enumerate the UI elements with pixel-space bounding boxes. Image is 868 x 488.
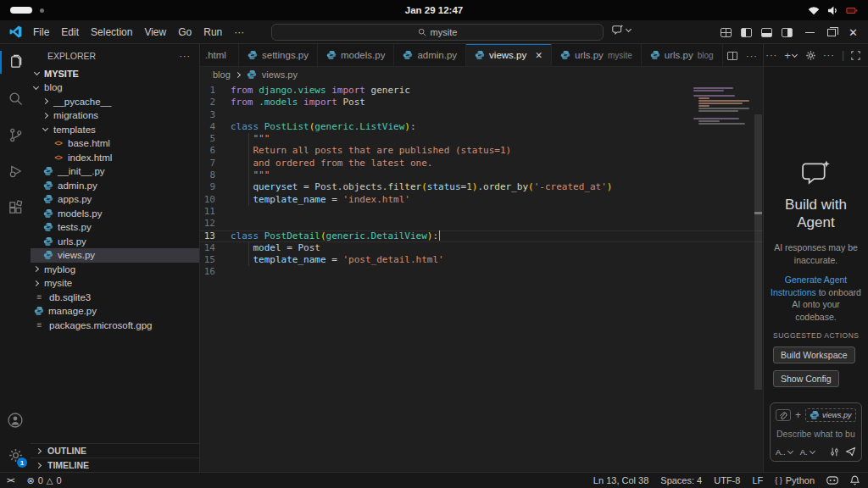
code-line-16[interactable]: 16	[200, 266, 763, 278]
code-line-14[interactable]: 14 model = Post	[200, 242, 763, 254]
tree-item-tests-py[interactable]: tests.py	[31, 220, 199, 235]
attached-file-chip[interactable]: views.py	[805, 408, 856, 422]
tree-item-templates[interactable]: templates	[31, 123, 199, 137]
send-icon[interactable]	[845, 446, 856, 457]
menu-item-run[interactable]: Run	[198, 24, 228, 41]
tree-item-apps-py[interactable]: apps.py	[31, 192, 199, 207]
settings-gear-icon[interactable]: 1	[0, 438, 31, 472]
restore-button[interactable]	[827, 29, 836, 36]
activitybar-source-control[interactable]	[0, 117, 31, 153]
build-workspace-button[interactable]: Build Workspace	[773, 347, 855, 363]
tree-item-urls-py[interactable]: urls.py	[31, 235, 199, 249]
code-line-2[interactable]: 2from .models import Post	[200, 97, 763, 108]
code-line-3[interactable]: 3	[200, 109, 763, 121]
breadcrumb[interactable]: blog views.py	[200, 67, 763, 82]
copilot-status-icon[interactable]	[826, 476, 838, 485]
explorer-more-actions-icon[interactable]: ···	[180, 51, 192, 61]
activitybar-extensions[interactable]	[0, 190, 31, 226]
new-chat-button[interactable]: +	[784, 49, 798, 62]
editor-more-actions-icon[interactable]: ···	[746, 51, 758, 61]
command-center-search[interactable]: mysite	[271, 24, 604, 41]
copilot-menu-button[interactable]	[612, 25, 632, 35]
tree-item-manage-py[interactable]: manage.py	[31, 304, 199, 319]
menu-item-moremoremore[interactable]: ···	[228, 24, 250, 41]
tree-item-migrations[interactable]: migrations	[31, 108, 199, 123]
chat-input[interactable]: Describe what to buil	[776, 429, 855, 439]
chat-history-icon[interactable]: ···	[765, 50, 777, 60]
menu-item-view[interactable]: View	[138, 24, 172, 41]
toggle-secondary-sidebar-icon[interactable]	[782, 28, 793, 37]
menu-item-file[interactable]: File	[27, 24, 55, 41]
menu-item-edit[interactable]: Edit	[55, 24, 85, 41]
vscode-logo-icon[interactable]	[9, 25, 22, 38]
toggle-panel-icon[interactable]	[761, 28, 772, 37]
breadcrumb-file[interactable]: views.py	[262, 69, 298, 80]
model-dropdown[interactable]: A.	[800, 447, 816, 457]
tree-item-mysite[interactable]: mysite	[31, 276, 199, 291]
system-clock[interactable]: Jan 29 12:47	[0, 5, 868, 15]
tab-admin-py[interactable]: admin.py	[394, 44, 466, 66]
code-line-7[interactable]: 7 and ordered from the latest one.	[200, 158, 763, 169]
tree-item-base-html[interactable]: <>base.html	[31, 136, 199, 151]
activitybar-run-debug[interactable]	[0, 153, 31, 190]
code-line-15[interactable]: 15 template_name = 'post_detail.html'	[200, 254, 763, 266]
attach-context-button[interactable]	[776, 409, 791, 421]
code-line-1[interactable]: 1from django.views import generic	[200, 85, 763, 97]
tab--html[interactable]: .html	[200, 44, 239, 66]
show-config-button[interactable]: Show Config	[773, 370, 839, 387]
menu-item-go[interactable]: Go	[172, 24, 198, 41]
menu-item-selection[interactable]: Selection	[85, 24, 138, 41]
code-line-4[interactable]: 4class PostList(generic.ListView):	[200, 121, 763, 133]
problems-indicator[interactable]: ⊗0 △0	[27, 475, 62, 486]
tab-models-py[interactable]: models.py	[318, 44, 394, 66]
remote-indicator[interactable]: ><	[7, 476, 14, 485]
code-line-8[interactable]: 8 """	[200, 169, 763, 181]
close-tab-icon[interactable]: ✕	[535, 50, 542, 60]
tree-item--init-py[interactable]: __init__.py	[31, 164, 199, 179]
cursor-position[interactable]: Ln 13, Col 38	[593, 475, 648, 485]
tree-item-myblog[interactable]: myblog	[31, 263, 199, 277]
outline-section[interactable]: OUTLINE	[31, 443, 199, 458]
indentation[interactable]: Spaces: 4	[660, 475, 702, 485]
code-line-10[interactable]: 10 template_name = 'index.html'	[200, 194, 763, 206]
battery-icon[interactable]	[846, 6, 858, 15]
tree-item--pycache-[interactable]: __pycache__	[31, 95, 199, 109]
breadcrumb-folder[interactable]: blog	[213, 69, 231, 80]
minimize-button[interactable]	[805, 32, 815, 33]
code-line-6[interactable]: 6 Return all posts that are published (s…	[200, 145, 763, 157]
tree-item-blog[interactable]: blog	[31, 80, 199, 95]
activitybar-explorer[interactable]	[0, 44, 31, 80]
tree-item-packages-microsoft-gpg[interactable]: ≡packages.microsoft.gpg	[31, 319, 199, 333]
editor-scrollbar[interactable]	[754, 114, 762, 390]
code-line-9[interactable]: 9 queryset = Post.objects.filter(status=…	[200, 181, 763, 193]
chat-settings-gear-icon[interactable]	[805, 50, 816, 61]
tree-item-admin-py[interactable]: admin.py	[31, 179, 199, 193]
code-line-12[interactable]: 12	[200, 218, 763, 230]
expand-panel-icon[interactable]	[851, 51, 860, 60]
notifications-bell-icon[interactable]	[850, 475, 860, 485]
tree-item-index-html[interactable]: <>index.html	[31, 151, 199, 165]
tree-item-views-py[interactable]: views.py	[31, 248, 199, 263]
tree-item-db-sqlite3[interactable]: ≡db.sqlite3	[31, 291, 199, 305]
close-button[interactable]: ✕	[849, 27, 858, 38]
add-context-button[interactable]: +	[795, 409, 801, 421]
minimap[interactable]	[693, 87, 751, 128]
chat-input-box[interactable]: + views.py Describe what to buil A.. A.	[770, 402, 862, 462]
tab-urls-py-blog[interactable]: urls.pyblog	[642, 44, 723, 66]
chat-mode-dropdown[interactable]: A..	[776, 447, 794, 457]
tree-root-mysite[interactable]: MYSITE	[31, 66, 199, 80]
code-editor[interactable]: 1from django.views import generic2from .…	[200, 82, 763, 472]
tab-settings-py[interactable]: settings.py	[239, 44, 318, 66]
toggle-primary-sidebar-icon[interactable]	[741, 28, 752, 37]
timeline-section[interactable]: TIMELINE	[31, 458, 199, 472]
volume-icon[interactable]	[827, 6, 838, 15]
chat-more-actions-icon[interactable]: ···	[823, 50, 835, 60]
tree-item-models-py[interactable]: models.py	[31, 207, 199, 221]
eol[interactable]: LF	[752, 475, 763, 485]
account-icon[interactable]	[0, 402, 31, 438]
wifi-icon[interactable]	[808, 6, 820, 15]
code-line-11[interactable]: 11	[200, 206, 763, 218]
tab-urls-py-mysite[interactable]: urls.pymysite	[552, 44, 642, 66]
split-editor-icon[interactable]	[727, 52, 737, 60]
tools-icon[interactable]	[830, 447, 839, 457]
